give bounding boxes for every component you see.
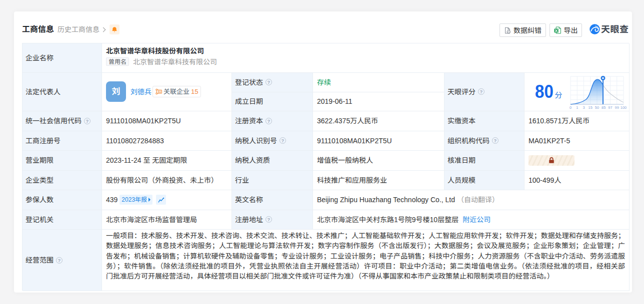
svg-text:100: 100 — [620, 105, 627, 110]
svg-text:0: 0 — [570, 105, 572, 110]
svg-text:50: 50 — [595, 105, 599, 110]
svg-text:1: 1 — [576, 105, 578, 110]
svg-text:15: 15 — [588, 105, 592, 110]
svg-text:97: 97 — [608, 105, 612, 110]
svg-text:85: 85 — [602, 105, 606, 110]
svg-text:3: 3 — [582, 105, 584, 110]
svg-text:99: 99 — [615, 105, 619, 110]
